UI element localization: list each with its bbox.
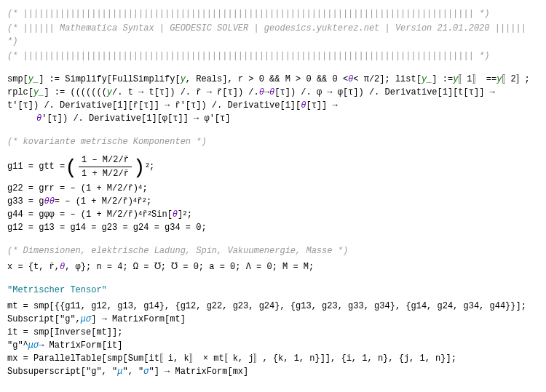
code-text: g44 = gφφ = – (1 + M/2/ř) <box>7 208 138 221</box>
x-def-line: x = {t, ř, θ , φ}; n = 4; Ω = ℧; ℧ = 0; … <box>7 260 539 273</box>
code-text: Subscript["g", <box>7 313 81 326</box>
theta-sym: θ <box>348 73 353 86</box>
code-text: ] <box>178 208 183 221</box>
g33-line: g33 = g θ θ = – (1 + M/2/ř) 4 ř 2 ; <box>7 195 539 208</box>
rplc-line-3: θ '[τ]) /. Derivative[1][φ[τ]] → φ'[τ] <box>7 112 539 125</box>
code-text: , Reals], r > 0 && M > 0 && 0 < <box>186 73 348 86</box>
code-text: ] := ((((((( <box>44 86 106 99</box>
code-text: → MatrixForm[it] <box>39 339 122 352</box>
gzero-line: g12 = g13 = g14 = g23 = g24 = g34 = 0; <box>7 221 539 234</box>
fraction-num: 1 – M/2/ř <box>79 153 132 167</box>
code-text: 〚1〛 == <box>458 73 496 86</box>
code-text: ] := Simplify[FullSimplify[ <box>39 73 180 86</box>
code-text: [τ]] → <box>306 99 337 112</box>
code-text: g33 = g <box>7 195 44 208</box>
code-text: '[τ]) /. Derivative[1][φ[τ]] → φ'[τ] <box>41 112 230 125</box>
paren-right-icon: ) <box>133 153 146 183</box>
theta-sym: θ <box>301 99 306 112</box>
code-text: x = {t, ř, <box>7 260 60 273</box>
code-text: ] := <box>432 73 453 86</box>
subsuper-line: Subsuperscript["g", " μ ", " σ "] → Matr… <box>7 365 539 378</box>
rplc-line-2: t'[τ]) /. Derivative[1][ř[τ]] → ř'[τ]) /… <box>7 99 539 112</box>
subscript-line-1: Subscript["g", μσ ] → MatrixForm[mt] <box>7 313 539 326</box>
code-text: ; <box>142 182 147 195</box>
theta-sym: θ <box>36 112 41 125</box>
code-text: Sin[ <box>151 208 173 221</box>
code-text: Subsuperscript["g", " <box>7 365 117 378</box>
code-text: "] → MatrixForm[mx] <box>149 365 248 378</box>
code-text: ] → MatrixForm[mt] <box>91 313 186 326</box>
fraction-den: 1 + M/2/ř <box>79 167 132 180</box>
mu-sym: μ <box>117 365 122 378</box>
g22-line: g22 = grr = – (1 + M/2/ř) 4 ; <box>7 182 539 195</box>
code-text: = – (1 + M/2/ř) <box>55 195 133 208</box>
header-bar-top: (* |||||||||||||||||||||||||||||||||||||… <box>7 7 539 20</box>
sigma-sym: σ <box>143 365 149 378</box>
var-y: y <box>181 73 186 86</box>
header-title: (* |||||| Mathematica Syntax | GEODESIC … <box>7 22 539 48</box>
mt-line: mt = smp[{{g11, g12, g13, g14}, {g12, g2… <box>7 300 539 313</box>
smp-def-line: smp[ y_ ] := Simplify[FullSimplify[ y , … <box>7 73 539 86</box>
var-y: y <box>496 73 502 86</box>
theta-sym: θ <box>50 195 55 208</box>
code-text: t'[τ]) /. Derivative[1][ř[τ]] → ř'[τ]) /… <box>7 99 301 112</box>
code-text: < π/2]; list[ <box>353 73 422 86</box>
var-y: y <box>107 86 112 99</box>
code-text: /. t → t[τ]) /. ř → ř[τ]) /. <box>112 86 259 99</box>
code-document: (* |||||||||||||||||||||||||||||||||||||… <box>0 0 546 385</box>
code-text: ř <box>137 195 142 208</box>
rplc-line-1: rplc[ y_ ] := ((((((( y /. t → t[τ]) /. … <box>7 86 539 99</box>
arg-y: y_ <box>33 86 44 99</box>
fraction: 1 – M/2/ř 1 + M/2/ř <box>79 153 132 180</box>
code-text: [τ]) /. φ → φ[τ]) /. Derivative[1][t[τ]]… <box>274 86 494 99</box>
header-bar-bottom: (* |||||||||||||||||||||||||||||||||||||… <box>7 49 539 63</box>
arg-y: y_ <box>422 73 432 86</box>
it-line: it = smp[Inverse[mt]]; <box>7 326 539 339</box>
code-text: smp[ <box>7 73 28 86</box>
code-text: , φ}; n = 4; Ω = ℧; ℧ = 0; a = 0; Λ = 0;… <box>65 260 314 273</box>
code-text: g22 = grr = – (1 + M/2/ř) <box>7 182 138 195</box>
g44-line: g44 = gφφ = – (1 + M/2/ř) 4 ř 2 Sin[ θ ]… <box>7 208 539 221</box>
code-text: "g"^ <box>7 339 28 352</box>
mu-sigma: μσ <box>28 339 39 352</box>
mx-line: mx = ParallelTable[smp[Sum[it〚i, k〛 × mt… <box>7 352 539 365</box>
dim-comment: (* Dimensionen, elektrische Ladung, Spin… <box>7 244 539 257</box>
code-text: ; <box>149 160 154 173</box>
theta-sym: θ <box>60 260 65 273</box>
code-text: ř <box>142 208 147 221</box>
code-text: g11 = gtt = <box>7 160 65 173</box>
mt-title: "Metrischer Tensor" <box>7 284 539 297</box>
metric-comment: (* kovariante metrische Komponenten *) <box>7 135 539 148</box>
theta-sym: θ <box>259 86 264 99</box>
code-text: 〚2〛; <box>502 73 529 86</box>
paren-left-icon: ( <box>65 153 77 183</box>
code-text: rplc[ <box>7 86 33 99</box>
g11-line: g11 = gtt = ( 1 – M/2/ř 1 + M/2/ř ) 2 ; <box>7 151 539 182</box>
theta-sym: θ <box>44 195 49 208</box>
mu-sigma: μσ <box>81 313 91 326</box>
code-text: ; <box>146 195 151 208</box>
g-up-line: "g"^ μσ → MatrixForm[it] <box>7 339 539 352</box>
arg-y: y_ <box>28 73 39 86</box>
code-text: → <box>264 86 269 99</box>
theta-sym: θ <box>173 208 178 221</box>
var-y: y <box>453 73 458 86</box>
theta-sym: θ <box>269 86 274 99</box>
code-text: ", " <box>122 365 143 378</box>
code-text: ; <box>187 208 192 221</box>
